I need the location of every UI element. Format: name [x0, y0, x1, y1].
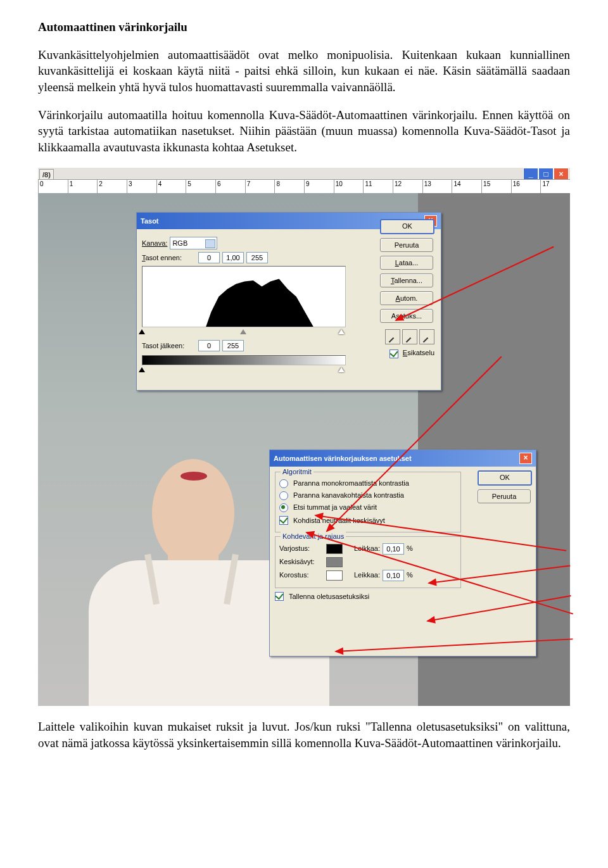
levels-dialog: Tasot × Kanava: RGB Tasot ennen: 0 1,00 …: [136, 212, 441, 391]
doc-p1: Kuvankäsittelyohjelmien automaattisäädöt…: [38, 47, 570, 96]
ruler-tick: 17: [540, 180, 570, 194]
ruler: 0 1 2 3 4 5 6 7 8 9 10 11 12 13 14 15 16…: [38, 179, 570, 194]
pct-label: %: [407, 570, 413, 580]
ruler-tick: 15: [481, 180, 511, 194]
levels-before-hi[interactable]: 255: [246, 252, 268, 263]
eyedropper-white-icon[interactable]: [419, 329, 434, 344]
autocolor-dialog: Automaattisen värinkorjauksen asetukset …: [269, 450, 536, 657]
ruler-tick: 7: [245, 180, 275, 194]
pct-label: %: [407, 544, 413, 553]
shadows-swatch[interactable]: [326, 544, 343, 554]
levels-title-label: Tasot: [141, 217, 159, 226]
midtones-swatch[interactable]: [326, 557, 343, 567]
ruler-tick: 14: [452, 180, 481, 194]
ruler-tick: 1: [68, 180, 98, 194]
autocolor-titlebar[interactable]: Automaattisen värinkorjauksen asetukset …: [270, 450, 536, 467]
preview-checkbox[interactable]: [390, 349, 398, 358]
doc-heading: Automaattinen värinkorjailu: [38, 19, 570, 35]
save-button[interactable]: Tallenna...: [380, 274, 433, 287]
figure: /8) _ □ × 0 1 2 3 4 5 6 7 8 9 10 11 12 1…: [38, 168, 570, 706]
ruler-tick: 9: [304, 180, 334, 194]
highlights-label: Korostus:: [279, 570, 324, 580]
ruler-tick: 6: [215, 180, 245, 194]
editor-top: /8) _ □ × 0 1 2 3 4 5 6 7 8 9 10 11 12 1…: [38, 168, 570, 194]
options-button[interactable]: Asetuks...: [380, 309, 433, 323]
levels-before-gamma[interactable]: 1,00: [222, 252, 244, 263]
ruler-tick: 13: [422, 180, 452, 194]
radio-perchannel-label: Paranna kanavakohtaista kontrastia: [293, 491, 404, 500]
ruler-tick: 5: [186, 180, 215, 194]
load-button[interactable]: Lataa...: [380, 256, 433, 270]
levels-after-lo[interactable]: 0: [198, 340, 220, 351]
levels-after-hi[interactable]: 255: [222, 340, 244, 351]
output-slider[interactable]: [142, 367, 345, 372]
levels-before-label: Tasot ennen:: [142, 253, 196, 263]
channel-label: Kanava:: [142, 239, 167, 248]
ruler-tick: 8: [274, 180, 304, 194]
ok-button[interactable]: OK: [380, 219, 434, 234]
ruler-tick: 11: [363, 180, 393, 194]
cancel-button[interactable]: Peruuta: [380, 238, 433, 252]
levels-after-label: Tasot jälkeen:: [142, 341, 196, 351]
ruler-tick: 0: [38, 180, 68, 194]
clip-highlights-input[interactable]: 0,10: [383, 570, 404, 581]
eyedropper-grey-icon[interactable]: [402, 329, 417, 344]
highlights-swatch[interactable]: [326, 570, 343, 581]
clip-shadows-input[interactable]: 0,10: [383, 543, 404, 555]
radio-mono-label: Paranna monokromaattista kontrastia: [293, 479, 409, 488]
ruler-tick: 12: [393, 180, 422, 194]
radio-darklight[interactable]: [279, 503, 288, 512]
input-slider[interactable]: [142, 329, 345, 334]
ruler-tick: 4: [156, 180, 186, 194]
radio-darklight-label: Etsi tummat ja vaaleat värit: [293, 503, 377, 512]
histogram: [142, 266, 346, 327]
preview-label: Esikatselu: [403, 349, 434, 356]
save-defaults-label: Tallenna oletusasetuksiksi: [289, 592, 369, 601]
doc-p3: Laittele valikoihin kuvan mukaiset ruksi…: [38, 719, 570, 751]
midtones-label: Keskisävyt:: [279, 557, 324, 567]
shadows-label: Varjostus:: [279, 544, 324, 553]
autocolor-title-label: Automaattisen värinkorjauksen asetukset: [274, 454, 412, 463]
radio-perchannel[interactable]: [279, 491, 288, 500]
algo-group-title: Algoritmit: [281, 467, 314, 477]
ok-button[interactable]: OK: [478, 470, 532, 486]
ruler-tick: 16: [511, 180, 541, 194]
clip-label: Leikkaa:: [354, 570, 380, 580]
output-gradient: [142, 355, 346, 365]
doc-p2: Värinkorjailu automaatilla hoituu komenn…: [38, 107, 570, 156]
radio-mono[interactable]: [279, 479, 288, 488]
channel-dropdown[interactable]: RGB: [170, 237, 217, 249]
auto-button[interactable]: Autom.: [380, 291, 433, 305]
save-defaults-checkbox[interactable]: [275, 592, 284, 601]
cancel-button[interactable]: Peruuta: [478, 489, 531, 503]
close-icon[interactable]: ×: [519, 453, 532, 464]
levels-before-lo[interactable]: 0: [198, 252, 220, 263]
ruler-tick: 10: [334, 180, 364, 194]
ruler-tick: 2: [97, 180, 127, 194]
ruler-tick: 3: [127, 180, 156, 194]
eyedropper-black-icon[interactable]: [385, 329, 400, 344]
snap-midtones-checkbox[interactable]: [279, 516, 288, 525]
